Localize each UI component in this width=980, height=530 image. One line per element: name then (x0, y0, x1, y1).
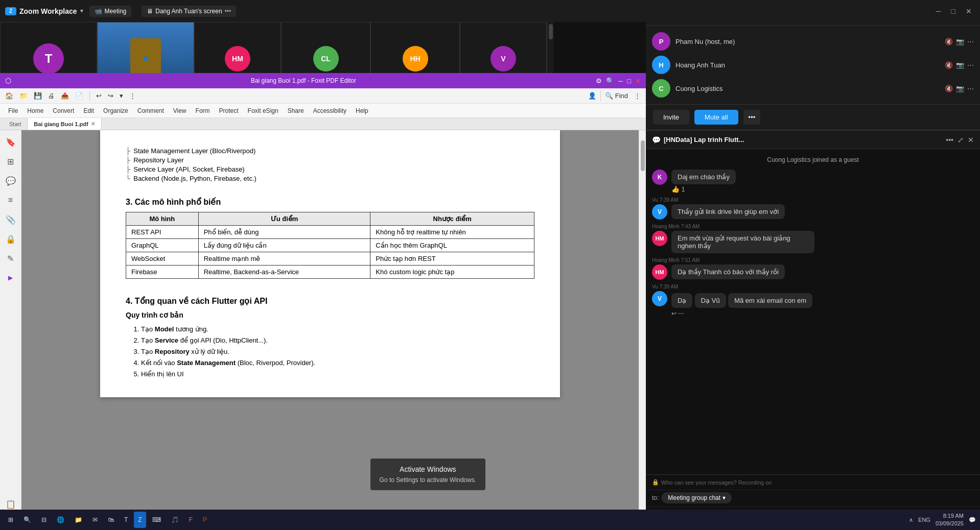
menu-foxit-esign[interactable]: Foxit eSign (244, 106, 283, 116)
participant-icons-phamnu: 🔇 📷 ⋯ (945, 38, 974, 45)
minimize-button[interactable]: ─ (933, 6, 944, 16)
foxit-taskbar-button[interactable]: F (185, 512, 197, 528)
pdf-close-button[interactable]: ✕ (635, 77, 641, 85)
teams-button[interactable]: T (120, 512, 132, 528)
more-tools-icon[interactable]: ▾ (118, 91, 125, 101)
menu-share[interactable]: Share (284, 106, 308, 116)
close-button[interactable]: ✕ (963, 6, 975, 16)
menu-accessibility[interactable]: Accessibility (309, 106, 351, 116)
pdf-scrollbar[interactable] (639, 130, 646, 516)
home-icon[interactable]: 🏠 (3, 91, 15, 101)
msg-hm-request: Em mới vừa gửi request vào bài giảng ngh… (671, 231, 814, 253)
divider (89, 91, 90, 101)
menu-help[interactable]: Help (352, 106, 372, 116)
attachments-panel-icon[interactable]: 📎 (3, 212, 18, 227)
right-panel: Participants (7/0) ⤢ ⬡ ✕ P Pham Nu (host… (646, 0, 980, 530)
user-icon[interactable]: 👤 (586, 91, 598, 101)
search-taskbar-button[interactable]: 🔍 (19, 512, 35, 528)
avatar-cuong: CL (313, 46, 339, 71)
taskbar-overflow-icon[interactable]: ∧ (909, 517, 913, 523)
step-4: Kết nối vào State Management (Bloc, Rive… (141, 357, 534, 369)
chat-close-icon[interactable]: ✕ (968, 136, 974, 144)
join-message-cuong: Cuong Logistics joined as a guest (652, 154, 974, 165)
table-row-graphql: GraphQL Lấy đúng dữ liệu cần Cần học thê… (126, 239, 534, 252)
video-off-icon3: 📷 (956, 85, 964, 92)
bookmark-panel-icon[interactable]: 🔖 (3, 134, 18, 150)
edge-button[interactable]: 🌐 (53, 512, 68, 528)
dropdown-arrow[interactable]: ▾ (80, 8, 83, 14)
menu-organize[interactable]: Organize (99, 106, 132, 116)
chat-expand-icon[interactable]: ⤢ (958, 136, 964, 144)
reaction-thumbsup: 👍 1 (671, 185, 736, 193)
tab-start[interactable]: Start (3, 118, 28, 130)
store-button[interactable]: 🛍 (104, 512, 118, 528)
task-view-button[interactable]: ⊟ (37, 512, 51, 528)
new-doc-icon[interactable]: 📄 (73, 91, 85, 101)
clock: 8:19 AM 03/09/2025 (936, 512, 964, 528)
menu-comment[interactable]: Comment (133, 106, 168, 116)
chat-messages[interactable]: Cuong Logistics joined as a guest K Daj … (646, 149, 980, 474)
export-icon[interactable]: 📤 (59, 91, 71, 101)
participant-name-cuong: Cuong Logistics (675, 85, 940, 92)
pdf-main-area[interactable]: ├ State Management Layer (Bloc/Riverpod)… (21, 130, 639, 516)
pdf-content: ├ State Management Layer (Bloc/Riverpod)… (126, 147, 534, 380)
zoom-taskbar-button[interactable]: Z (134, 512, 146, 528)
tab-close-icon[interactable]: ✕ (91, 121, 95, 127)
activate-line1: Activate Windows (380, 464, 476, 475)
mail-button[interactable]: ✉ (88, 512, 102, 528)
save-icon[interactable]: 💾 (32, 91, 44, 101)
pdf-scroll-thumb[interactable] (641, 140, 645, 171)
vscode-button[interactable]: ⌨ (148, 512, 165, 528)
notification-icon[interactable]: 💬 (969, 517, 976, 523)
pdf-search-icon[interactable]: 🔍 (606, 77, 614, 85)
meeting-group-chat-button[interactable]: Meeting group chat ▾ (662, 492, 732, 503)
pdf-editor-title: Bai giang Buoi 1.pdf - Foxit PDF Editor (15, 77, 592, 84)
app5-button[interactable]: 🎵 (167, 512, 183, 528)
search-button[interactable]: 🔍 Find (603, 91, 630, 101)
avatar-anhtuan-sidebar: H (652, 56, 670, 74)
menu-edit[interactable]: Edit (79, 106, 98, 116)
thumbnail-panel-icon[interactable]: ⊞ (3, 154, 18, 169)
chat-footer: 🔒 Who can see your messages? Recording o… (646, 474, 980, 490)
pdf-maximize-button[interactable]: □ (627, 77, 631, 85)
lang-indicator[interactable]: ENG (918, 517, 930, 523)
fields-panel-icon[interactable]: ✎ (3, 251, 18, 266)
tab-document[interactable]: Bai giang Buoi 1.pdf ✕ (28, 118, 101, 130)
print-icon[interactable]: 🖨 (46, 91, 57, 101)
layers-panel-icon[interactable]: ≡ (3, 192, 18, 208)
annotation-panel-icon[interactable]: 💬 (3, 173, 18, 188)
meeting-button[interactable]: 📹 Meeting (89, 6, 132, 17)
menu-home[interactable]: Home (23, 106, 48, 116)
start-button[interactable]: ⊞ (4, 512, 17, 528)
pdf-minimize-button[interactable]: ─ (618, 77, 623, 85)
redo-icon[interactable]: ↪ (106, 91, 115, 101)
kebab-menu[interactable]: ⋮ (632, 91, 643, 101)
topbar: Z Zoom Workplace ▾ 📹 Meeting 🖥 Dang Anh … (0, 0, 980, 22)
avatar-hm-chat: HM (652, 231, 667, 246)
menu-file[interactable]: File (4, 106, 22, 116)
screen-share-button[interactable]: 🖥 Dang Anh Tuan's screen ••• (142, 6, 236, 17)
to-label: to: (652, 494, 659, 501)
more-options-button[interactable]: ••• (743, 110, 761, 125)
menu-protect[interactable]: Protect (215, 106, 243, 116)
menu-view[interactable]: View (169, 106, 191, 116)
mute-all-button[interactable]: Mute all (694, 110, 738, 125)
undo-icon[interactable]: ↩ (94, 91, 104, 101)
expand-icon[interactable]: ⋮ (127, 91, 138, 101)
more-options-icon[interactable]: ••• (225, 8, 231, 15)
msg-email: Mã em xài email con em (728, 293, 812, 308)
menu-convert[interactable]: Convert (49, 106, 78, 116)
participant-row-anhtuan: H Hoang Anh Tuan 🔇 📷 ⋯ (652, 53, 974, 77)
open-icon[interactable]: 📁 (17, 91, 30, 101)
time-vu2: Vu 7:39 AM (652, 284, 974, 290)
maximize-button[interactable]: □ (948, 6, 959, 16)
pdf-settings-icon[interactable]: ⚙ (596, 77, 602, 85)
menu-form[interactable]: Form (192, 106, 214, 116)
explorer-button[interactable]: 📁 (71, 512, 86, 528)
chat-more-icon[interactable]: ••• (946, 136, 953, 144)
expand-collapse-icon[interactable]: ▶ (3, 270, 18, 285)
invite-button[interactable]: Invite (653, 110, 689, 125)
pptx-button[interactable]: P (199, 512, 211, 528)
security-panel-icon[interactable]: 🔒 (3, 231, 18, 247)
layer-service: ├ Service Layer (API, Socket, Firebase) (126, 165, 534, 173)
